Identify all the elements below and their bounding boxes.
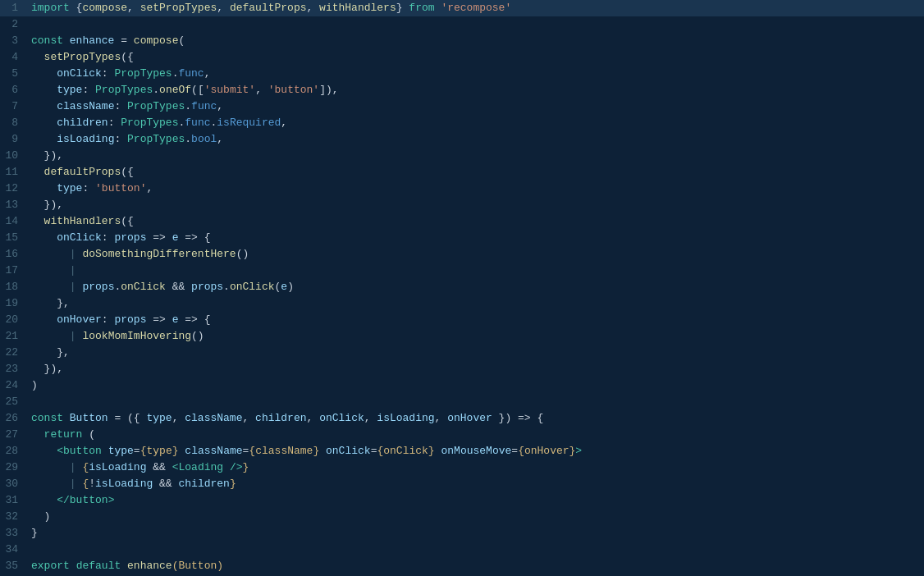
line-content: }, bbox=[31, 295, 917, 312]
line-number: 1 bbox=[0, 0, 31, 16]
line-content: }), bbox=[31, 197, 917, 213]
line-content: return ( bbox=[31, 427, 917, 443]
code-line: 26const Button = ({ type, className, chi… bbox=[0, 410, 924, 427]
code-line: 17 | bbox=[0, 263, 924, 279]
line-content: setPropTypes({ bbox=[31, 49, 917, 66]
line-content: }, bbox=[31, 345, 917, 361]
code-line: 33} bbox=[0, 525, 924, 542]
line-content: isLoading: PropTypes.bool, bbox=[31, 131, 917, 148]
line-content: | {isLoading && <Loading />} bbox=[31, 459, 917, 476]
line-content: } bbox=[31, 525, 917, 542]
line-content: withHandlers({ bbox=[31, 213, 917, 230]
line-number: 17 bbox=[0, 263, 31, 279]
line-content: const Button = ({ type, className, child… bbox=[31, 410, 917, 427]
line-number: 9 bbox=[0, 131, 31, 148]
code-line: 2 bbox=[0, 16, 924, 33]
line-number: 35 bbox=[0, 558, 31, 574]
code-line: 9 isLoading: PropTypes.bool, bbox=[0, 131, 924, 148]
code-line: 18 | props.onClick && props.onClick(e) bbox=[0, 279, 924, 295]
code-line: 31 </button> bbox=[0, 492, 924, 509]
line-content: }), bbox=[31, 361, 917, 377]
line-number: 12 bbox=[0, 181, 31, 197]
line-number: 28 bbox=[0, 443, 31, 459]
line-number: 32 bbox=[0, 509, 31, 525]
code-line: 20 onHover: props => e => { bbox=[0, 312, 924, 328]
code-line: 8 children: PropTypes.func.isRequired, bbox=[0, 115, 924, 131]
line-content: }), bbox=[31, 148, 917, 164]
code-line: 5 onClick: PropTypes.func, bbox=[0, 66, 924, 82]
line-number: 30 bbox=[0, 476, 31, 492]
line-number: 18 bbox=[0, 279, 31, 295]
code-line: 23 }), bbox=[0, 361, 924, 377]
code-line: 34 bbox=[0, 542, 924, 558]
line-content: const enhance = compose( bbox=[31, 33, 917, 49]
code-line: 29 | {isLoading && <Loading />} bbox=[0, 459, 924, 476]
line-number: 21 bbox=[0, 328, 31, 345]
line-content: export default enhance(Button) bbox=[31, 558, 917, 574]
line-content: ) bbox=[31, 377, 917, 394]
line-number: 2 bbox=[0, 16, 31, 33]
line-content: ) bbox=[31, 509, 917, 525]
line-number: 25 bbox=[0, 394, 31, 410]
line-number: 14 bbox=[0, 213, 31, 230]
line-number: 5 bbox=[0, 66, 31, 82]
line-number: 7 bbox=[0, 98, 31, 115]
line-content: </button> bbox=[31, 492, 917, 509]
line-number: 11 bbox=[0, 164, 31, 181]
line-content: | bbox=[31, 263, 917, 279]
line-content: <button type={type} className={className… bbox=[31, 443, 917, 459]
line-content: | {!isLoading && children} bbox=[31, 476, 917, 492]
code-editor: 1import {compose, setPropTypes, defaultP… bbox=[0, 0, 924, 576]
line-number: 20 bbox=[0, 312, 31, 328]
line-number: 22 bbox=[0, 345, 31, 361]
code-line: 3const enhance = compose( bbox=[0, 33, 924, 49]
code-line: 7 className: PropTypes.func, bbox=[0, 98, 924, 115]
line-number: 27 bbox=[0, 427, 31, 443]
code-line: 11 defaultProps({ bbox=[0, 164, 924, 181]
line-number: 3 bbox=[0, 33, 31, 49]
line-number: 24 bbox=[0, 377, 31, 394]
line-content: defaultProps({ bbox=[31, 164, 917, 181]
line-content: type: PropTypes.oneOf(['submit', 'button… bbox=[31, 82, 917, 98]
code-line: 6 type: PropTypes.oneOf(['submit', 'butt… bbox=[0, 82, 924, 98]
line-content: type: 'button', bbox=[31, 181, 917, 197]
line-number: 29 bbox=[0, 459, 31, 476]
code-line: 30 | {!isLoading && children} bbox=[0, 476, 924, 492]
line-content: | doSomethingDifferentHere() bbox=[31, 246, 917, 263]
code-line: 35export default enhance(Button) bbox=[0, 558, 924, 574]
line-content: children: PropTypes.func.isRequired, bbox=[31, 115, 917, 131]
line-content: onClick: PropTypes.func, bbox=[31, 66, 917, 82]
line-number: 19 bbox=[0, 295, 31, 312]
code-line: 1import {compose, setPropTypes, defaultP… bbox=[0, 0, 924, 16]
line-content: | lookMomImHovering() bbox=[31, 328, 917, 345]
code-line: 10 }), bbox=[0, 148, 924, 164]
code-line: 15 onClick: props => e => { bbox=[0, 230, 924, 246]
code-line: 16 | doSomethingDifferentHere() bbox=[0, 246, 924, 263]
line-number: 33 bbox=[0, 525, 31, 542]
line-content: onClick: props => e => { bbox=[31, 230, 917, 246]
line-number: 23 bbox=[0, 361, 31, 377]
line-content: | props.onClick && props.onClick(e) bbox=[31, 279, 917, 295]
line-number: 4 bbox=[0, 49, 31, 66]
line-content: onHover: props => e => { bbox=[31, 312, 917, 328]
code-line: 32 ) bbox=[0, 509, 924, 525]
line-number: 13 bbox=[0, 197, 31, 213]
code-line: 12 type: 'button', bbox=[0, 181, 924, 197]
line-number: 6 bbox=[0, 82, 31, 98]
line-number: 34 bbox=[0, 542, 31, 558]
line-number: 16 bbox=[0, 246, 31, 263]
line-number: 26 bbox=[0, 410, 31, 427]
code-line: 24) bbox=[0, 377, 924, 394]
line-number: 10 bbox=[0, 148, 31, 164]
code-line: 4 setPropTypes({ bbox=[0, 49, 924, 66]
code-line: 19 }, bbox=[0, 295, 924, 312]
code-line: 28 <button type={type} className={classN… bbox=[0, 443, 924, 459]
line-content: import {compose, setPropTypes, defaultPr… bbox=[31, 0, 917, 16]
code-line: 27 return ( bbox=[0, 427, 924, 443]
code-line: 13 }), bbox=[0, 197, 924, 213]
code-line: 22 }, bbox=[0, 345, 924, 361]
line-number: 31 bbox=[0, 492, 31, 509]
code-line: 21 | lookMomImHovering() bbox=[0, 328, 924, 345]
line-content: className: PropTypes.func, bbox=[31, 98, 917, 115]
line-number: 8 bbox=[0, 115, 31, 131]
